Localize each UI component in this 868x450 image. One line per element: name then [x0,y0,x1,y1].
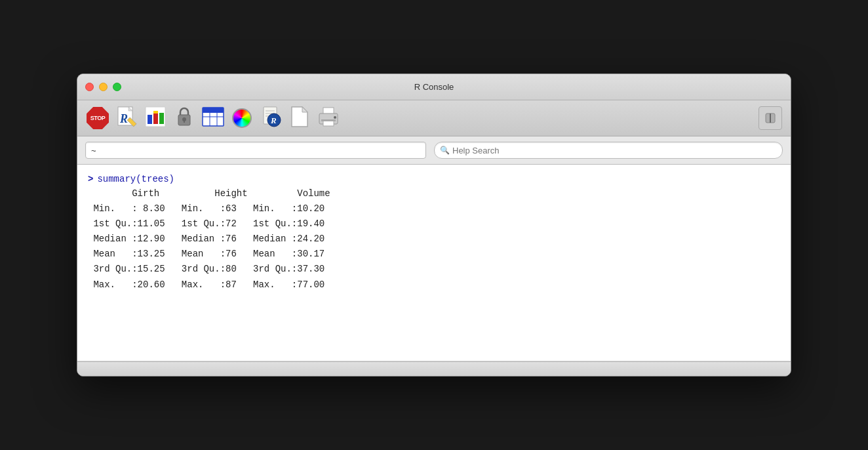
help-search-wrap[interactable]: 🔍 [434,142,783,159]
table-button[interactable] [201,106,226,131]
svg-rect-5 [148,115,152,124]
color-wheel-icon [232,108,252,128]
color-wheel-button[interactable] [229,106,254,131]
help-search-input[interactable] [452,146,777,155]
minimize-button[interactable] [99,83,108,91]
svg-rect-7 [159,113,164,124]
console-output: Girth Height Volume Min. : 8.30 Min. :63… [88,186,780,293]
bar-chart-icon [144,106,167,131]
status-bar [77,361,791,376]
toolbar: STOP R [77,100,791,136]
svg-text:R: R [270,115,277,125]
usb-button[interactable] [758,106,783,131]
print-button[interactable] [316,106,341,131]
window-title: R Console [414,82,454,92]
new-document-button[interactable] [287,106,312,131]
console-area[interactable]: > summary(trees) Girth Height Volume Min… [77,165,791,361]
search-icon: 🔍 [440,146,450,155]
document-icon [290,106,309,131]
stop-icon: STOP [87,107,109,129]
r-script-button[interactable]: R [114,106,139,131]
maximize-button[interactable] [113,83,121,91]
prompt-symbol: > [88,173,93,186]
traffic-lights [85,83,121,91]
svg-rect-8 [153,111,158,113]
print-icon [317,107,340,130]
svg-rect-13 [203,108,224,113]
command-line: > summary(trees) [88,173,780,186]
console-command: summary(trees) [97,173,174,186]
svg-text:R: R [119,112,128,125]
search-bar: 🔍 [77,136,791,165]
r-logo-button[interactable]: R [258,106,283,131]
bar-chart-button[interactable] [143,106,168,131]
lock-icon [175,106,193,131]
usb-icon [759,106,782,130]
table-icon [202,107,224,130]
close-button[interactable] [85,83,94,91]
directory-input[interactable] [85,142,426,159]
titlebar: R Console [77,74,791,100]
r-console-window: R Console STOP R [77,73,791,377]
svg-marker-24 [302,107,307,112]
r-script-icon: R [115,106,138,131]
r-logo-icon: R [260,106,282,131]
svg-point-29 [334,116,336,119]
stop-button[interactable]: STOP [85,106,110,131]
lock-button[interactable] [172,106,197,131]
svg-rect-11 [184,119,185,123]
svg-rect-28 [321,119,336,121]
